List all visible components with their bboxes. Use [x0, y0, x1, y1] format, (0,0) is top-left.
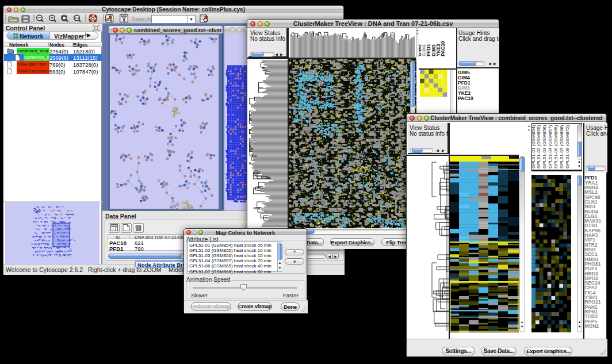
- svg-text:GPL51-08 (GSM872): GPL51-08 (GSM872): [565, 125, 570, 168]
- svg-text:PAC10: PAC10: [440, 41, 446, 56]
- svg-text:GPL51-06 (GSM865): GPL51-06 (GSM865): [553, 125, 559, 168]
- svg-text:GPL51-02 (GSM855): GPL51-02 (GSM855): [536, 125, 541, 168]
- svg-text:GPL51-03 (GSM856): GPL51-03 (GSM856): [542, 125, 547, 168]
- svg-text:GPL51-01 (GSM854): GPL51-01 (GSM854): [531, 125, 536, 168]
- svg-text:GPL51-07 (GSM868): GPL51-07 (GSM868): [559, 125, 564, 168]
- svg-text:GPL51-04 (GSM857): GPL51-04 (GSM857): [548, 125, 553, 168]
- svg-text:1:1: 1:1: [75, 16, 79, 20]
